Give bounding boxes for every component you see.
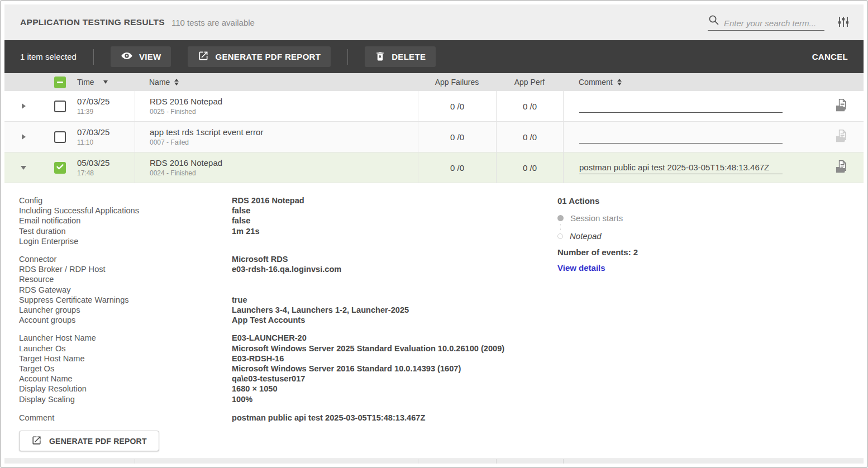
detail-label: Display Resolution	[19, 384, 232, 394]
detail-value: false	[232, 206, 578, 216]
app-failures-header-label: App Failures	[435, 78, 479, 87]
filter-settings-button[interactable]	[837, 15, 850, 30]
row-time: 11:10	[77, 139, 135, 146]
detail-label: Email notification	[19, 216, 232, 226]
column-header-app-perf: App Perf	[496, 78, 563, 87]
select-all-checkbox[interactable]	[54, 77, 66, 88]
detail-value	[232, 285, 578, 295]
detail-group-hosts: Launcher Host Name E03-LAUNCHER-20 Launc…	[19, 333, 847, 404]
generate-pdf-report-button[interactable]: GENERATE PDF REPORT	[188, 46, 331, 67]
detail-comment-value: postman public api test 2025-03-05T15:48…	[232, 413, 578, 423]
row-name: app test rds 1script event error	[150, 127, 263, 137]
detail-value: e03-rdsh-16.qa.loginvsi.com	[232, 264, 578, 274]
table-row: 07/03/25 11:39 RDS 2016 Notepad 0025 - F…	[4, 91, 864, 122]
sort-desc-icon	[103, 80, 108, 84]
search-icon	[708, 14, 719, 28]
search-input[interactable]	[724, 18, 824, 28]
detail-value: Launchers 3-4, Launchers 1-2, Launcher-2…	[232, 305, 578, 315]
detail-label: Including Successful Applications	[19, 206, 232, 216]
toolbar-divider	[347, 49, 348, 65]
row-checkbox[interactable]	[54, 101, 66, 112]
row-name: RDS 2016 Notepad	[150, 97, 222, 106]
sort-both-icon	[174, 79, 179, 86]
detail-value: false	[232, 216, 578, 226]
filled-bullet-icon	[557, 215, 564, 221]
comment-header-label: Comment	[579, 78, 613, 87]
folder-document-icon	[834, 159, 849, 176]
column-header-comment[interactable]: Comment	[563, 78, 819, 87]
trash-icon	[375, 51, 385, 63]
toolbar-divider	[93, 49, 94, 65]
detail-value: RDS 2016 Notepad	[232, 195, 578, 206]
detail-label: RDS Gateway	[19, 285, 232, 295]
row-status: 0025 - Finished	[150, 108, 196, 116]
open-report-button-disabled	[819, 128, 864, 145]
export-icon	[198, 50, 209, 63]
detail-value: 1m 21s	[232, 226, 578, 236]
open-bullet-icon	[557, 233, 563, 239]
detail-value	[232, 274, 578, 284]
generate-pdf-button-label: GENERATE PDF REPORT	[215, 52, 321, 61]
detail-label: Launcher Host Name	[19, 333, 232, 343]
detail-label: Login Enterprise	[19, 236, 232, 246]
delete-button[interactable]: DELETE	[365, 46, 436, 67]
row-name: RDS 2016 Notepad	[150, 158, 222, 168]
expand-row-button[interactable]	[4, 134, 42, 140]
actions-title: 01 Actions	[557, 196, 792, 206]
folder-document-icon	[834, 128, 849, 145]
comment-input[interactable]	[579, 161, 783, 174]
open-report-button[interactable]	[819, 98, 864, 114]
comment-input[interactable]	[579, 100, 783, 113]
comment-cell	[563, 152, 819, 183]
app-failures-cell: 0 /0	[418, 91, 496, 121]
eye-icon	[121, 50, 133, 64]
column-header-time[interactable]: Time	[77, 78, 135, 87]
expand-row-button[interactable]	[4, 103, 42, 109]
time-cell: 07/03/25 11:39	[77, 97, 135, 116]
events-count: Number of events: 2	[557, 247, 792, 257]
detail-label: Account Name	[19, 374, 232, 384]
app-failures-cell: 0 /0	[418, 122, 496, 152]
detail-group-comment: Comment postman public api test 2025-03-…	[19, 413, 847, 423]
cancel-button[interactable]: CANCEL	[812, 52, 848, 61]
detail-value: App Test Accounts	[232, 315, 578, 325]
row-status: 0024 - Finished	[150, 169, 196, 177]
next-row-peek	[4, 459, 864, 464]
comment-cell	[563, 91, 819, 121]
name-cell: RDS 2016 Notepad 0025 - Finished	[135, 91, 418, 121]
collapse-row-button[interactable]	[4, 166, 42, 170]
app-perf-cell: 0 /0	[496, 91, 563, 121]
sliders-icon	[837, 15, 850, 30]
generate-pdf-report-button-secondary[interactable]: GENERATE PDF REPORT	[19, 431, 159, 451]
time-cell: 07/03/25 11:10	[77, 127, 135, 146]
detail-label: Resource	[19, 274, 232, 284]
table-row-selected: 05/03/25 17:48 RDS 2016 Notepad 0024 - F…	[4, 152, 864, 183]
view-details-link[interactable]: View details	[557, 263, 605, 273]
view-button[interactable]: VIEW	[111, 46, 171, 67]
row-checkbox[interactable]	[54, 131, 66, 143]
name-cell: app test rds 1script event error 0007 - …	[135, 122, 418, 152]
actions-panel: 01 Actions Session starts Notepad Number…	[557, 196, 792, 273]
comment-cell	[563, 122, 819, 152]
app-perf-cell: 0 /0	[496, 152, 563, 183]
open-report-button[interactable]	[819, 159, 864, 176]
detail-value: Microsoft RDS	[232, 254, 578, 264]
detail-comment-label: Comment	[19, 413, 232, 423]
detail-label: RDS Broker / RDP Host	[19, 264, 232, 274]
selection-toolbar: 1 item selected VIEW GENERATE PDF REPORT…	[4, 40, 864, 73]
page-subtitle: 110 tests are available	[171, 18, 255, 27]
detail-value: E03-RDSH-16	[232, 354, 578, 364]
row-checkbox-checked[interactable]	[54, 162, 66, 174]
generate-pdf-button-label: GENERATE PDF REPORT	[49, 437, 147, 446]
detail-value: Microsoft Windows Server 2025 Standard E…	[232, 343, 578, 354]
column-header-name[interactable]: Name	[135, 78, 418, 87]
checkmark-icon	[55, 162, 65, 173]
comment-input[interactable]	[579, 131, 783, 144]
name-cell: RDS 2016 Notepad 0024 - Finished	[135, 152, 418, 183]
row-status: 0007 - Failed	[150, 139, 189, 146]
app-failures-cell: 0 /0	[418, 152, 496, 183]
application-window: APPLICATION TESTING RESULTS 110 tests ar…	[0, 0, 868, 468]
detail-value: E03-LAUNCHER-20	[232, 333, 578, 343]
table-header-row: Time Name App Failures App Perf Comment	[4, 73, 864, 91]
indeterminate-icon	[57, 82, 63, 83]
